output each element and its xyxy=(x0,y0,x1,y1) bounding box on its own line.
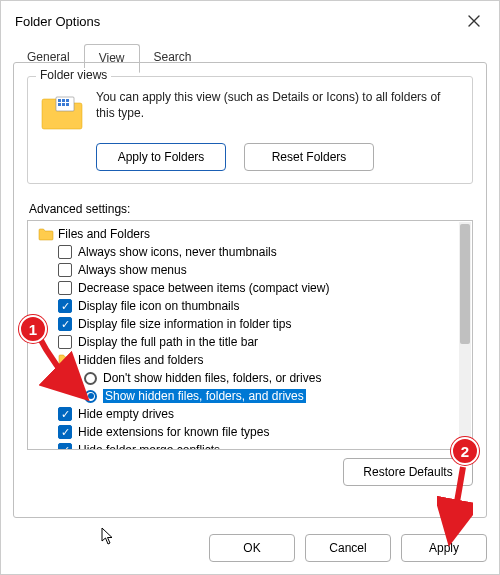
folder-views-icon xyxy=(40,89,84,133)
tree-item-label: Display the full path in the title bar xyxy=(78,335,258,349)
tree-item-label: Hide folder merge conflicts xyxy=(78,443,220,450)
checkbox-checked-icon[interactable]: ✓ xyxy=(58,443,72,450)
scrollbar-track[interactable] xyxy=(459,222,471,448)
folder-icon xyxy=(38,227,54,241)
tree-item-label: Always show icons, never thumbnails xyxy=(78,245,277,259)
checkbox-unchecked-icon[interactable] xyxy=(58,245,72,259)
folder-views-description: You can apply this view (such as Details… xyxy=(96,89,460,121)
annotation-badge-1: 1 xyxy=(19,315,47,343)
folder-views-legend: Folder views xyxy=(36,68,111,82)
checkbox-unchecked-icon[interactable] xyxy=(58,281,72,295)
tree-item-label: Decrease space between items (compact vi… xyxy=(78,281,329,295)
advanced-settings-label: Advanced settings: xyxy=(29,202,473,216)
folder-views-group: Folder views You can apply this view (su… xyxy=(27,76,473,184)
svg-rect-5 xyxy=(62,103,65,106)
reset-folders-button[interactable]: Reset Folders xyxy=(244,143,374,171)
checkbox-checked-icon[interactable]: ✓ xyxy=(58,407,72,421)
tree-item[interactable]: ✓Hide extensions for known file types xyxy=(32,423,454,441)
svg-rect-3 xyxy=(66,99,69,102)
cancel-button[interactable]: Cancel xyxy=(305,534,391,562)
annotation-arrow-2 xyxy=(437,463,473,547)
window-title: Folder Options xyxy=(11,14,100,29)
apply-to-folders-button[interactable]: Apply to Folders xyxy=(96,143,226,171)
tab-content: Folder views You can apply this view (su… xyxy=(13,62,487,518)
folder-options-window: Folder Options General View Search Folde… xyxy=(0,0,500,575)
tree-item[interactable]: ✓Hide folder merge conflicts xyxy=(32,441,454,450)
annotation-badge-2: 2 xyxy=(451,437,479,465)
tree-item-label: Display file icon on thumbnails xyxy=(78,299,239,313)
svg-rect-6 xyxy=(66,103,69,106)
tree-item-label: Don't show hidden files, folders, or dri… xyxy=(103,371,321,385)
checkbox-unchecked-icon[interactable] xyxy=(58,263,72,277)
tree-item-label: Show hidden files, folders, and drives xyxy=(103,389,306,403)
svg-rect-1 xyxy=(58,99,61,102)
scrollbar-thumb[interactable] xyxy=(460,224,470,344)
svg-rect-2 xyxy=(62,99,65,102)
tree-item-label: Display file size information in folder … xyxy=(78,317,291,331)
tree-label: Files and Folders xyxy=(58,227,150,241)
ok-button[interactable]: OK xyxy=(209,534,295,562)
tree-item[interactable]: Always show icons, never thumbnails xyxy=(32,243,454,261)
dialog-buttons: OK Cancel Apply xyxy=(13,534,487,562)
tree-root-files-and-folders[interactable]: Files and Folders xyxy=(32,225,454,243)
svg-rect-4 xyxy=(58,103,61,106)
checkbox-checked-icon[interactable]: ✓ xyxy=(58,299,72,313)
titlebar: Folder Options xyxy=(1,1,499,41)
close-icon xyxy=(468,15,480,27)
close-button[interactable] xyxy=(459,7,489,35)
tree-item[interactable]: Always show menus xyxy=(32,261,454,279)
tree-item[interactable]: ✓Display file icon on thumbnails xyxy=(32,297,454,315)
tree-item-label: Hide extensions for known file types xyxy=(78,425,269,439)
tree-item[interactable]: Decrease space between items (compact vi… xyxy=(32,279,454,297)
tree-item-label: Always show menus xyxy=(78,263,187,277)
checkbox-checked-icon[interactable]: ✓ xyxy=(58,425,72,439)
tree-item-label: Hide empty drives xyxy=(78,407,174,421)
cursor-icon xyxy=(101,527,115,549)
